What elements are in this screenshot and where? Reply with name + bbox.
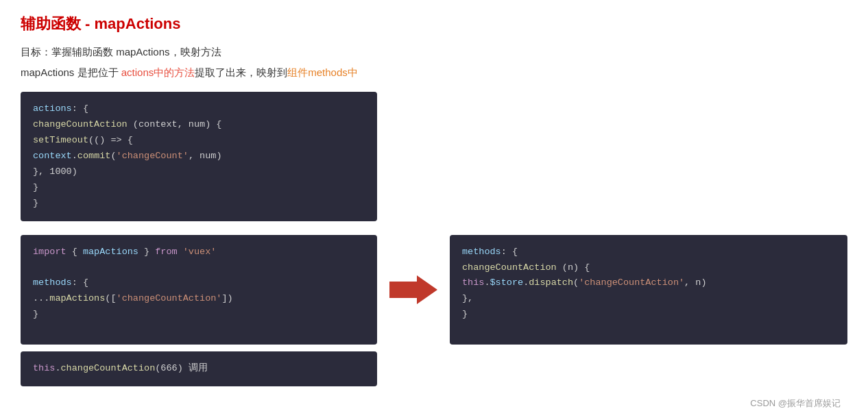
import-line-3: methods: { bbox=[33, 275, 365, 291]
actions-code-block: actions: { changeCountAction (context, n… bbox=[21, 92, 847, 221]
call-code-block: this.changeCountAction(666) 调用 bbox=[21, 351, 847, 386]
middle-section: import { mapActions } from 'vuex' method… bbox=[21, 235, 847, 345]
import-line-blank bbox=[33, 260, 365, 276]
desc-line-2: mapActions 是把位于 actions中的方法提取了出来，映射到组件me… bbox=[21, 64, 847, 81]
code-actions-line-6: } bbox=[33, 180, 365, 196]
code-actions-line-1: actions: { bbox=[33, 101, 365, 117]
desc2-highlight1: actions中的方法 bbox=[121, 66, 195, 78]
code-actions-line-5: }, 1000) bbox=[33, 164, 365, 180]
code-actions-line-3: setTimeout(() => { bbox=[33, 133, 365, 149]
import-line-4: ...mapActions(['changeCountAction']) bbox=[33, 291, 365, 307]
code-actions-line-7: } bbox=[33, 196, 365, 212]
desc2-prefix: mapActions 是把位于 bbox=[21, 66, 121, 78]
arrow-icon bbox=[389, 273, 437, 307]
desc2-middle: 提取了出来，映射到 bbox=[195, 66, 287, 78]
result-line-1: methods: { bbox=[462, 245, 835, 260]
result-line-5: } bbox=[462, 307, 835, 323]
arrow-area bbox=[377, 273, 450, 307]
desc-line-1: 目标：掌握辅助函数 mapActions，映射方法 bbox=[21, 44, 847, 60]
import-code-block: import { mapActions } from 'vuex' method… bbox=[21, 235, 377, 345]
code-actions-line-4: context.commit('changeCount', num) bbox=[33, 149, 365, 164]
import-line-1: import { mapActions } from 'vuex' bbox=[33, 245, 365, 260]
page-title: 辅助函数 - mapActions bbox=[21, 14, 847, 34]
code-actions-line-2: changeCountAction (context, num) { bbox=[33, 117, 365, 133]
svg-marker-0 bbox=[389, 275, 437, 304]
result-code-block: methods: { changeCountAction (n) { this.… bbox=[450, 235, 847, 345]
call-line-1: this.changeCountAction(666) 调用 bbox=[33, 361, 365, 377]
result-line-2: changeCountAction (n) { bbox=[462, 260, 835, 276]
result-line-3: this.$store.dispatch('changeCountAction'… bbox=[462, 275, 835, 291]
result-line-4: }, bbox=[462, 291, 835, 307]
import-line-5: } bbox=[33, 307, 365, 323]
footer: CSDN @振华首席娱记 bbox=[21, 397, 847, 410]
desc2-highlight2: 组件methods中 bbox=[287, 66, 358, 78]
